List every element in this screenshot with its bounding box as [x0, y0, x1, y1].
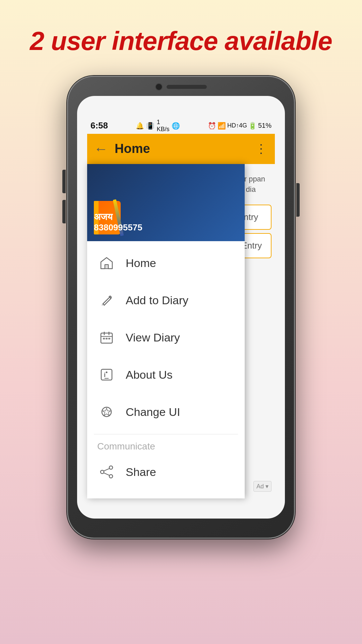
battery-percent: 51%	[258, 122, 272, 129]
drawer-change-ui-label: Change UI	[126, 406, 180, 419]
ad-badge: Ad ▾	[253, 481, 272, 492]
vibrate-icon: 📳	[146, 122, 155, 130]
camera-dot	[155, 83, 163, 91]
menu-button[interactable]: ⋮	[255, 142, 268, 156]
svg-rect-17	[105, 265, 108, 269]
status-time: 6:58	[90, 120, 108, 131]
drawer-section-communicate: Communicate	[87, 438, 245, 453]
svg-rect-22	[103, 338, 105, 339]
info-icon: i	[97, 366, 116, 384]
signal-icon: 📶	[218, 122, 226, 130]
app-bar-title: Home	[115, 142, 255, 156]
svg-point-28	[106, 372, 107, 373]
back-button[interactable]: ←	[94, 141, 108, 157]
phone-wrapper: 6:58 🔔 📳 1KB/s 🌐 ⏰ 📶 HD↑4G 🔋 51% ← Home …	[67, 76, 295, 539]
globe-icon: 🌐	[172, 122, 180, 130]
notification-icon: 🔔	[136, 122, 144, 130]
speaker-bar	[167, 85, 207, 89]
headline: 2 user interface available	[10, 27, 352, 56]
drawer-menu: Home Add to Diary View Diary	[87, 241, 245, 494]
drawer-profile-phone: 8380995575	[94, 222, 142, 233]
svg-point-31	[101, 470, 104, 474]
drawer-item-view-diary[interactable]: View Diary	[87, 319, 245, 356]
drawer-add-diary-label: Add to Diary	[126, 294, 188, 307]
volume-down-button[interactable]	[62, 200, 66, 223]
navigation-drawer: अजय 8380995575 Home Add to Diary	[87, 164, 245, 498]
drawer-profile-name: अजय	[94, 212, 113, 223]
battery-icon: 🔋	[248, 122, 257, 130]
svg-rect-23	[106, 338, 108, 339]
drawer-view-diary-label: View Diary	[126, 331, 180, 344]
network-label: HD↑4G	[227, 122, 247, 129]
share-icon	[97, 463, 116, 481]
status-icons: 🔔 📳 1KB/s 🌐	[136, 119, 180, 133]
drawer-divider	[94, 434, 238, 434]
drawer-share-label: Share	[126, 466, 156, 479]
pencil-icon	[97, 291, 116, 310]
diamond-icon	[97, 403, 116, 421]
camera-area	[155, 83, 207, 91]
drawer-item-change-ui[interactable]: Change UI	[87, 393, 245, 431]
home-icon	[97, 254, 116, 272]
alarm-icon: ⏰	[208, 122, 216, 130]
status-right: ⏰ 📶 HD↑4G 🔋 51%	[208, 122, 272, 130]
calendar-icon	[97, 328, 116, 347]
svg-line-34	[104, 473, 109, 475]
app-bar: ← Home ⋮	[87, 134, 275, 164]
phone-screen: 6:58 🔔 📳 1KB/s 🌐 ⏰ 📶 HD↑4G 🔋 51% ← Home …	[77, 96, 285, 519]
svg-line-33	[104, 469, 109, 471]
power-button[interactable]	[296, 183, 300, 217]
svg-rect-24	[108, 338, 110, 339]
status-bar: 6:58 🔔 📳 1KB/s 🌐 ⏰ 📶 HD↑4G 🔋 51%	[87, 118, 275, 134]
volume-up-button[interactable]	[62, 170, 66, 193]
drawer-item-share[interactable]: Share	[87, 453, 245, 491]
svg-text:i: i	[104, 372, 106, 378]
kb-icon: 1KB/s	[157, 119, 169, 133]
drawer-item-add-diary[interactable]: Add to Diary	[87, 282, 245, 319]
drawer-about-us-label: About Us	[126, 368, 173, 381]
drawer-item-home[interactable]: Home	[87, 245, 245, 282]
drawer-header: अजय 8380995575	[87, 164, 245, 241]
drawer-item-about-us[interactable]: i About Us	[87, 356, 245, 393]
drawer-home-label: Home	[126, 257, 156, 270]
svg-point-32	[109, 475, 113, 478]
svg-point-30	[109, 466, 113, 469]
